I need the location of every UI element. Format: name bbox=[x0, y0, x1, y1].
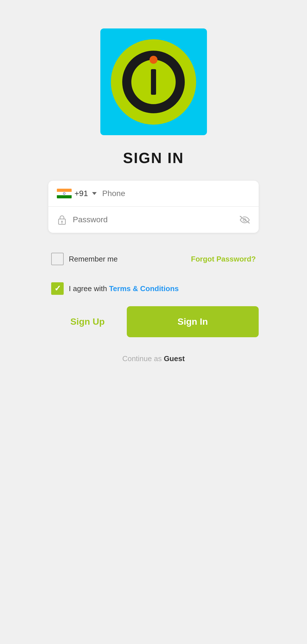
terms-text: I agree with Terms & Conditions bbox=[69, 284, 179, 293]
remember-me-label: Remember me bbox=[69, 255, 118, 264]
phone-input[interactable] bbox=[102, 189, 250, 198]
terms-checkbox[interactable]: ✓ bbox=[51, 282, 64, 295]
eye-slash-icon[interactable] bbox=[239, 215, 250, 224]
password-input[interactable] bbox=[73, 215, 239, 224]
country-code-label: +91 bbox=[74, 189, 88, 198]
checkmark-icon: ✓ bbox=[54, 285, 61, 293]
remember-me-checkbox[interactable] bbox=[51, 253, 64, 265]
flag-white-stripe bbox=[57, 192, 72, 195]
buttons-row: Sign Up Sign In bbox=[48, 306, 259, 337]
forgot-password-link[interactable]: Forgot Password? bbox=[191, 255, 256, 264]
chevron-down-icon bbox=[92, 192, 97, 195]
phone-row: +91 bbox=[48, 181, 259, 207]
logo-dot bbox=[150, 56, 157, 64]
logo-circle bbox=[111, 39, 196, 125]
terms-row: ✓ I agree with Terms & Conditions bbox=[48, 279, 259, 306]
app-logo bbox=[100, 28, 207, 135]
page-title: SIGN IN bbox=[123, 149, 184, 166]
guest-section: Continue as Guest bbox=[122, 354, 185, 363]
logo-ring bbox=[122, 51, 185, 113]
guest-prefix: Continue as bbox=[122, 354, 164, 363]
form-card: +91 bbox=[48, 181, 259, 233]
country-selector[interactable]: +91 bbox=[57, 189, 97, 198]
terms-prefix: I agree with bbox=[69, 284, 109, 293]
password-row bbox=[48, 207, 259, 233]
flag-orange-stripe bbox=[57, 189, 72, 192]
india-flag bbox=[57, 189, 72, 198]
terms-link[interactable]: Terms & Conditions bbox=[109, 284, 179, 293]
flag-green-stripe bbox=[57, 195, 72, 198]
guest-label[interactable]: Guest bbox=[164, 354, 185, 363]
options-row: Remember me Forgot Password? bbox=[48, 244, 259, 274]
signup-button[interactable]: Sign Up bbox=[48, 308, 127, 336]
page-container: SIGN IN +91 bbox=[48, 0, 259, 363]
signin-button[interactable]: Sign In bbox=[127, 306, 259, 337]
ashoka-chakra bbox=[63, 192, 65, 195]
logo-bar bbox=[151, 69, 156, 95]
remember-section: Remember me bbox=[51, 253, 118, 265]
lock-icon bbox=[57, 215, 67, 225]
